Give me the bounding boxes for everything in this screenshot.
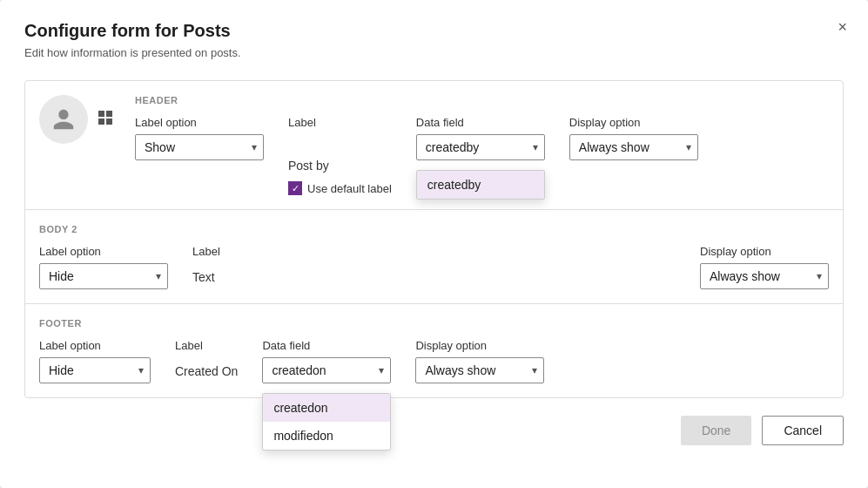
- dropdown-item-modifiedon[interactable]: modifiedon: [263, 422, 390, 450]
- person-icon: [51, 107, 76, 132]
- svg-rect-1: [106, 111, 112, 117]
- footer-label-option-group: Label option Hide Show ▾: [39, 339, 151, 383]
- use-default-label-checkbox[interactable]: ✓: [288, 181, 302, 195]
- body2-section: BODY 2 Label option Hide Show ▾ Label: [25, 210, 843, 304]
- body2-section-label: BODY 2: [39, 224, 829, 234]
- header-display-option-select[interactable]: Always show: [569, 134, 698, 160]
- body2-label-text: Text: [192, 263, 220, 284]
- footer-label-option-label: Label option: [39, 339, 151, 352]
- footer-section: FOOTER Label option Hide Show ▾ Label: [25, 304, 843, 397]
- avatar: [39, 95, 88, 144]
- body2-label-option-label: Label option: [39, 245, 168, 258]
- body2-display-option-label: Display option: [700, 245, 829, 258]
- header-data-field-dropdown: createdby: [416, 170, 545, 200]
- body2-label-option-group: Label option Hide Show ▾: [39, 245, 168, 289]
- header-label-group: Label Post by ✓ Use default label: [288, 116, 392, 195]
- footer-display-option-select[interactable]: Always show: [415, 357, 544, 383]
- action-bar: Done Cancel: [24, 416, 844, 445]
- body2-display-option-group: Display option Always show ▾: [700, 245, 829, 289]
- header-label-text: Post by: [288, 134, 392, 173]
- svg-rect-3: [106, 119, 112, 125]
- header-label-option-label: Label option: [135, 116, 264, 129]
- checkmark-icon: ✓: [292, 184, 299, 193]
- header-label-option-select-wrapper[interactable]: Show Hide ▾: [135, 134, 264, 160]
- footer-label-text: Created On: [175, 357, 238, 378]
- header-display-option-group: Display option Always show ▾: [569, 116, 698, 160]
- svg-rect-2: [98, 119, 104, 125]
- footer-label-group: Label Created On: [175, 339, 238, 378]
- footer-display-option-group: Display option Always show ▾: [415, 339, 544, 383]
- dialog-subtitle: Edit how information is presented on pos…: [24, 46, 844, 59]
- header-label-option-group: Label option Show Hide ▾: [135, 116, 264, 160]
- dialog-title: Configure form for Posts: [24, 21, 844, 41]
- footer-data-field-dropdown: createdon modifiedon: [262, 393, 391, 451]
- footer-section-label: FOOTER: [39, 318, 829, 329]
- header-display-option-select-wrapper[interactable]: Always show ▾: [569, 134, 698, 160]
- body2-display-option-select[interactable]: Always show: [700, 263, 829, 289]
- footer-data-field-group: Data field createdon modifiedon ▾ create…: [262, 339, 391, 383]
- header-fields-row: Label option Show Hide ▾ Label: [135, 116, 829, 195]
- header-display-option-label: Display option: [569, 116, 698, 129]
- close-button[interactable]: ×: [834, 16, 851, 38]
- header-label-content: Post by ✓ Use default label: [288, 134, 392, 195]
- configure-form-dialog: × Configure form for Posts Edit how info…: [0, 0, 868, 488]
- footer-fields-row: Label option Hide Show ▾ Label Created O…: [39, 339, 829, 383]
- header-data-field-label: Data field: [416, 116, 545, 129]
- header-label-col-label: Label: [288, 116, 392, 129]
- header-section: HEADER Label option Show Hide ▾: [25, 81, 843, 210]
- body2-label-col-label: Label: [192, 245, 220, 258]
- footer-label-option-select-wrapper[interactable]: Hide Show ▾: [39, 357, 151, 383]
- grid-icon: [97, 109, 114, 131]
- body2-label-option-select[interactable]: Hide Show: [39, 263, 168, 289]
- body2-label-group: Label Text: [192, 245, 220, 284]
- footer-label-col-label: Label: [175, 339, 238, 352]
- body2-label-option-select-wrapper[interactable]: Hide Show ▾: [39, 263, 168, 289]
- header-section-label: HEADER: [135, 95, 829, 105]
- header-data-field-group: Data field createdby ▾ createdby: [416, 116, 545, 160]
- header-label-option-select[interactable]: Show Hide: [135, 134, 264, 160]
- cancel-button[interactable]: Cancel: [762, 416, 844, 445]
- footer-data-field-label: Data field: [262, 339, 391, 352]
- footer-display-option-select-wrapper[interactable]: Always show ▾: [415, 357, 544, 383]
- body2-fields-row: Label option Hide Show ▾ Label Text: [39, 245, 829, 289]
- svg-rect-0: [98, 111, 104, 117]
- use-default-label-text: Use default label: [307, 182, 392, 195]
- done-button[interactable]: Done: [681, 416, 751, 445]
- footer-data-field-select[interactable]: createdon modifiedon: [262, 357, 391, 383]
- dropdown-item-createdon[interactable]: createdon: [263, 394, 390, 422]
- header-data-field-select-wrapper[interactable]: createdby ▾: [416, 134, 545, 160]
- use-default-label-row: ✓ Use default label: [288, 181, 392, 195]
- footer-label-option-select[interactable]: Hide Show: [39, 357, 151, 383]
- footer-data-field-select-wrapper[interactable]: createdon modifiedon ▾: [262, 357, 391, 383]
- footer-display-option-label: Display option: [415, 339, 544, 352]
- header-data-field-select[interactable]: createdby: [416, 134, 545, 160]
- body2-display-option-select-wrapper[interactable]: Always show ▾: [700, 263, 829, 289]
- form-card: HEADER Label option Show Hide ▾: [24, 80, 844, 398]
- dropdown-item-createdby[interactable]: createdby: [417, 171, 544, 199]
- header-fields-container: HEADER Label option Show Hide ▾: [135, 95, 829, 195]
- avatar-area: [39, 95, 114, 144]
